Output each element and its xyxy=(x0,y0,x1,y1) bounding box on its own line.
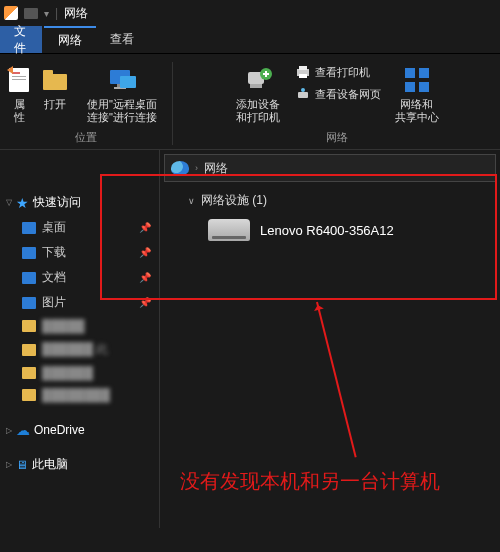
folder-icon xyxy=(22,344,36,356)
printer-icon xyxy=(295,64,311,80)
folder-icon xyxy=(24,8,38,19)
separator: | xyxy=(55,6,58,20)
open-icon xyxy=(39,64,71,96)
device-item[interactable]: Lenovo R6400-356A12 xyxy=(160,215,500,245)
sidebar-item-folder[interactable]: ██████ 此 xyxy=(0,337,159,362)
title-bar: ▾ | 网络 xyxy=(0,0,500,26)
tab-file[interactable]: 文件 xyxy=(0,26,42,53)
properties-button[interactable]: 属 性 xyxy=(4,62,34,126)
onedrive-label: OneDrive xyxy=(34,423,85,437)
svg-rect-3 xyxy=(12,79,26,80)
tab-view[interactable]: 查看 xyxy=(96,26,148,53)
view-printers-button[interactable]: 查看打印机 xyxy=(295,62,381,82)
network-location-icon xyxy=(171,161,189,175)
desktop-icon xyxy=(22,222,36,234)
group-label-network: 网络 xyxy=(326,130,348,145)
cloud-icon: ☁ xyxy=(16,422,30,438)
device-name: Lenovo R6400-356A12 xyxy=(260,223,394,238)
chevron-down-icon: ▽ xyxy=(6,198,12,207)
address-bar[interactable]: › 网络 xyxy=(164,154,496,182)
svg-rect-9 xyxy=(120,76,136,88)
main-area: ▽ ★ 快速访问 桌面📌 下载📌 文档📌 图片📌 █████ ██████ 此 … xyxy=(0,150,500,528)
open-label: 打开 xyxy=(44,98,66,111)
navigation-sidebar: ▽ ★ 快速访问 桌面📌 下载📌 文档📌 图片📌 █████ ██████ 此 … xyxy=(0,150,160,528)
svg-rect-18 xyxy=(405,68,415,78)
ribbon-group-location: 属 性 打开 使用"远程桌面 连接"进行连接 位置 xyxy=(0,62,173,145)
add-devices-icon xyxy=(242,64,274,96)
pin-icon: 📌 xyxy=(139,247,151,258)
remote-desktop-icon xyxy=(106,64,138,96)
svg-rect-16 xyxy=(298,92,308,98)
remote-desktop-button[interactable]: 使用"远程桌面 连接"进行连接 xyxy=(76,62,168,126)
pin-icon: 📌 xyxy=(139,222,151,233)
network-sharing-button[interactable]: 网络和 共享中心 xyxy=(387,62,447,126)
sidebar-item-downloads[interactable]: 下载📌 xyxy=(0,240,159,265)
svg-rect-14 xyxy=(299,66,307,70)
documents-icon xyxy=(22,272,36,284)
content-pane: › 网络 ∨ 网络设施 (1) Lenovo R6400-356A12 xyxy=(160,150,500,528)
network-sharing-icon xyxy=(401,64,433,96)
sidebar-item-folder[interactable]: ████████ xyxy=(0,384,159,406)
sidebar-item-documents[interactable]: 文档📌 xyxy=(0,265,159,290)
open-button[interactable]: 打开 xyxy=(36,62,74,126)
pin-icon: 📌 xyxy=(139,297,151,308)
sidebar-item-pictures[interactable]: 图片📌 xyxy=(0,290,159,315)
svg-rect-20 xyxy=(405,82,415,92)
device-page-icon xyxy=(295,86,311,102)
properties-icon xyxy=(3,64,35,96)
folder-icon xyxy=(22,367,36,379)
svg-rect-11 xyxy=(250,84,262,88)
thispc-label: 此电脑 xyxy=(32,456,68,473)
sidebar-item-desktop[interactable]: 桌面📌 xyxy=(0,215,159,240)
star-icon: ★ xyxy=(16,195,29,211)
chevron-right-icon: ▷ xyxy=(6,460,12,469)
svg-rect-5 xyxy=(43,70,53,76)
app-icon xyxy=(4,6,18,20)
router-icon xyxy=(208,219,250,241)
remote-desktop-label: 使用"远程桌面 连接"进行连接 xyxy=(87,98,157,124)
svg-rect-21 xyxy=(419,82,429,92)
ribbon: 属 性 打开 使用"远程桌面 连接"进行连接 位置 xyxy=(0,54,500,150)
pc-icon: 🖥 xyxy=(16,458,28,472)
tab-network[interactable]: 网络 xyxy=(44,26,96,53)
view-printers-label: 查看打印机 xyxy=(315,65,370,80)
ribbon-group-network: 添加设备 和打印机 查看打印机 查看设备网页 网络和 共享中心 网络 xyxy=(173,62,500,145)
group-label-location: 位置 xyxy=(75,130,97,145)
chevron-down-icon: ∨ xyxy=(188,196,195,206)
pin-icon: 📌 xyxy=(139,272,151,283)
folder-icon xyxy=(22,320,36,332)
properties-label: 属 性 xyxy=(14,98,25,124)
window-title: 网络 xyxy=(64,5,88,22)
view-device-page-button[interactable]: 查看设备网页 xyxy=(295,84,381,104)
sidebar-onedrive[interactable]: ▷ ☁ OneDrive xyxy=(0,418,159,442)
qat-chevron-icon[interactable]: ▾ xyxy=(44,8,49,19)
ribbon-tabs: 文件 网络 查看 xyxy=(0,26,500,54)
add-devices-label: 添加设备 和打印机 xyxy=(236,98,280,124)
sidebar-item-folder[interactable]: █████ xyxy=(0,315,159,337)
group-label: 网络设施 (1) xyxy=(201,192,267,209)
folder-icon xyxy=(22,389,36,401)
svg-rect-2 xyxy=(12,76,26,77)
svg-rect-4 xyxy=(43,74,67,90)
add-devices-button[interactable]: 添加设备 和打印机 xyxy=(227,62,289,126)
pictures-icon xyxy=(22,297,36,309)
svg-rect-19 xyxy=(419,68,429,78)
group-network-devices[interactable]: ∨ 网络设施 (1) xyxy=(160,182,500,215)
network-sharing-label: 网络和 共享中心 xyxy=(395,98,439,124)
quick-access-label: 快速访问 xyxy=(33,194,81,211)
chevron-right-icon: ▷ xyxy=(6,426,12,435)
view-device-page-label: 查看设备网页 xyxy=(315,87,381,102)
breadcrumb-network[interactable]: 网络 xyxy=(204,160,228,177)
svg-rect-1 xyxy=(12,72,20,74)
svg-rect-15 xyxy=(299,74,307,78)
sidebar-item-folder[interactable]: ██████ xyxy=(0,362,159,384)
downloads-icon xyxy=(22,247,36,259)
svg-point-17 xyxy=(301,88,305,92)
chevron-right-icon: › xyxy=(195,163,198,173)
sidebar-thispc[interactable]: ▷ 🖥 此电脑 xyxy=(0,452,159,477)
sidebar-quick-access[interactable]: ▽ ★ 快速访问 xyxy=(0,190,159,215)
